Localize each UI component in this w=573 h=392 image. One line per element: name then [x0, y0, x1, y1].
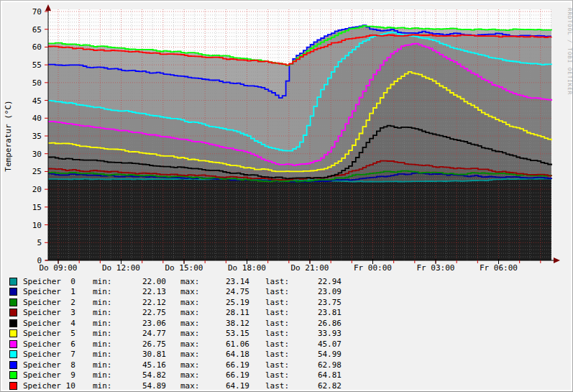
legend-series-name: Speicher 5: [23, 329, 84, 338]
legend-min-value: 24.77: [113, 329, 166, 338]
legend-last-value: 62.82: [290, 381, 341, 391]
legend-min-value: 45.16: [113, 360, 166, 370]
legend-swatch: [9, 288, 17, 296]
legend-row: Speicher 1 min: 22.13 max: 24.75 last: 2…: [1, 287, 572, 298]
x-tick-label: Do 09:00: [40, 263, 78, 273]
legend-max-label: max:: [180, 360, 201, 370]
legend-min-label: min:: [93, 370, 113, 380]
legend-min-value: 26.75: [113, 339, 166, 349]
legend-last-value: 64.81: [290, 370, 341, 380]
watermark: RRDTOOL / TOBI OETIKER: [567, 8, 573, 95]
legend-last-value: 62.98: [290, 360, 341, 370]
legend-max-label: max:: [180, 319, 201, 328]
y-tick-label: 25: [32, 167, 42, 176]
legend-max-label: max:: [180, 381, 201, 391]
legend-last-label: last:: [265, 277, 290, 286]
legend-last-label: last:: [265, 381, 290, 391]
y-tick-label: 50: [32, 78, 42, 88]
legend-last-value: 26.86: [290, 319, 341, 328]
legend-min-label: min:: [93, 319, 113, 328]
legend-swatch: [9, 309, 17, 316]
legend-last-value: 23.75: [290, 298, 341, 307]
legend-min-value: 23.06: [113, 319, 166, 328]
legend-row: Speicher 4 min: 23.06 max: 38.12 last: 2…: [1, 318, 572, 329]
legend-min-label: min:: [93, 277, 113, 286]
y-tick-label: 55: [32, 60, 42, 70]
temperature-graph: 0510152025303540455055606570Do 09:00Do 1…: [1, 1, 573, 273]
legend-last-value: 23.09: [290, 287, 341, 296]
legend-last-value: 45.07: [290, 339, 341, 349]
legend-swatch: [9, 361, 17, 369]
legend-swatch: [9, 278, 17, 286]
legend-series-name: Speicher 7: [23, 350, 84, 359]
legend-row: Speicher 2 min: 22.12 max: 25.19 last: 2…: [1, 297, 572, 308]
legend-series-name: Speicher 8: [23, 360, 84, 370]
legend-max-value: 64.18: [201, 350, 249, 359]
legend-min-value: 54.82: [113, 370, 166, 380]
y-tick-label: 5: [37, 238, 42, 247]
legend-max-value: 61.06: [201, 339, 249, 349]
legend-last-value: 23.81: [290, 308, 341, 317]
legend-last-value: 33.93: [290, 329, 341, 338]
legend-max-label: max:: [180, 350, 201, 359]
legend-row: Speicher 10 min: 54.89 max: 64.19 last: …: [1, 380, 572, 391]
area-speicher-0: [48, 179, 551, 261]
legend-min-label: min:: [93, 339, 113, 349]
legend-series-name: Speicher 4: [23, 319, 84, 328]
legend-last-label: last:: [265, 339, 290, 349]
y-tick-label: 60: [32, 42, 42, 52]
legend-series-name: Speicher 3: [23, 308, 84, 317]
y-tick-label: 10: [32, 221, 42, 230]
rrdtool-graph-window: 0510152025303540455055606570Do 09:00Do 1…: [0, 0, 573, 392]
legend-max-label: max:: [180, 339, 201, 349]
y-tick-label: 70: [32, 7, 42, 17]
legend-min-value: 54.89: [113, 381, 166, 391]
y-tick-label: 45: [32, 96, 42, 106]
legend-max-label: max:: [180, 308, 201, 317]
legend-max-label: max:: [180, 287, 201, 296]
legend-series-name: Speicher 9: [23, 370, 84, 380]
legend-swatch: [9, 382, 17, 390]
legend-min-label: min:: [93, 287, 113, 296]
legend-last-value: 54.99: [290, 350, 341, 359]
legend-max-value: 66.19: [201, 370, 249, 380]
legend-max-value: 66.19: [201, 360, 249, 370]
legend-min-label: min:: [93, 350, 113, 359]
legend-last-label: last:: [265, 370, 290, 380]
legend-min-label: min:: [93, 308, 113, 317]
legend-max-label: max:: [180, 329, 201, 338]
x-axis-arrow: [554, 257, 560, 263]
legend-last-label: last:: [265, 319, 290, 328]
legend-swatch: [9, 329, 17, 337]
legend-max-value: 24.75: [201, 287, 249, 296]
legend-series-name: Speicher 1: [23, 287, 84, 296]
legend-min-value: 22.00: [113, 277, 166, 286]
legend-series-name: Speicher 0: [23, 277, 84, 286]
x-tick-label: Do 12:00: [102, 263, 140, 273]
legend-min-label: min:: [93, 298, 113, 307]
legend-max-label: max:: [180, 370, 201, 380]
legend-swatch: [9, 371, 17, 379]
x-tick-label: Do 15:00: [165, 263, 203, 273]
x-tick-label: Fr 06:00: [480, 263, 518, 273]
y-axis-arrow: [45, 4, 51, 11]
legend-series-name: Speicher 6: [23, 339, 84, 349]
legend-max-value: 64.19: [201, 381, 249, 391]
legend-max-value: 53.15: [201, 329, 249, 338]
x-tick-label: Do 21:00: [291, 263, 329, 273]
legend-swatch: [9, 319, 17, 327]
y-tick-label: 35: [32, 132, 42, 141]
legend: Speicher 0 min: 22.00 max: 23.14 last: 2…: [1, 276, 572, 391]
y-tick-label: 15: [32, 203, 42, 212]
y-tick-label: 20: [32, 185, 42, 194]
legend-min-value: 22.75: [113, 308, 166, 317]
legend-row: Speicher 6 min: 26.75 max: 61.06 last: 4…: [1, 339, 572, 350]
legend-min-label: min:: [93, 329, 113, 338]
legend-min-value: 30.81: [113, 350, 166, 359]
legend-min-value: 22.12: [113, 298, 166, 307]
legend-min-value: 22.13: [113, 287, 166, 296]
legend-last-label: last:: [265, 308, 290, 317]
legend-min-label: min:: [93, 360, 113, 370]
y-axis-title: Temperatur (°C): [4, 100, 13, 171]
x-tick-label: Fr 03:00: [417, 263, 455, 273]
